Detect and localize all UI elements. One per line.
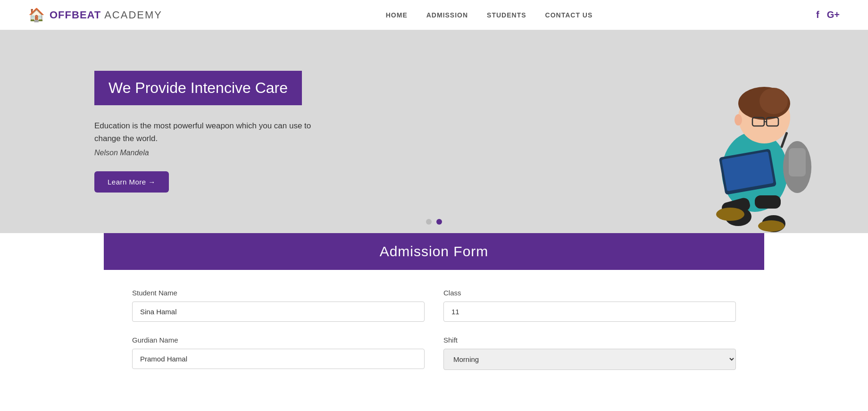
- student-name-group: Student Name: [132, 289, 425, 322]
- nav-menu: HOME ADMISSION STUDENTS CONTACT US: [386, 11, 593, 19]
- hero-illustration: [660, 40, 840, 233]
- social-links: f G+: [816, 9, 840, 20]
- nav-home[interactable]: HOME: [386, 11, 408, 19]
- brand-name: OFFBEAT ACADEMY: [50, 9, 162, 21]
- guardian-name-group: Gurdian Name: [132, 336, 425, 370]
- nav-admission[interactable]: ADMISSION: [426, 11, 468, 19]
- hero-dots: [426, 219, 442, 225]
- form-row-2: Gurdian Name Shift Morning Afternoon Eve…: [104, 336, 764, 370]
- student-name-input[interactable]: [132, 302, 425, 322]
- hero-section: We Provide Intencive Care Education is t…: [0, 30, 868, 233]
- form-section: Admission Form Student Name Class Gurdia…: [104, 233, 764, 411]
- svg-point-7: [734, 114, 742, 126]
- shift-select[interactable]: Morning Afternoon Evening: [443, 349, 736, 370]
- form-row-1: Student Name Class: [104, 289, 764, 322]
- hero-quote: Education is the most powerful weapon wh…: [94, 119, 330, 145]
- facebook-icon[interactable]: f: [816, 9, 819, 20]
- svg-rect-19: [789, 148, 806, 176]
- class-group: Class: [443, 289, 736, 322]
- navbar: 🏠 OFFBEAT ACADEMY HOME ADMISSION STUDENT…: [0, 0, 868, 30]
- hero-title-box: We Provide Intencive Care: [94, 71, 302, 105]
- form-header: Admission Form: [104, 233, 764, 270]
- student-name-label: Student Name: [132, 289, 425, 297]
- guardian-name-input[interactable]: [132, 349, 425, 369]
- home-icon: 🏠: [28, 7, 45, 23]
- shift-group: Shift Morning Afternoon Evening: [443, 336, 736, 370]
- dot-2[interactable]: [436, 219, 442, 225]
- svg-point-3: [760, 88, 788, 114]
- svg-point-16: [716, 208, 744, 221]
- guardian-name-label: Gurdian Name: [132, 336, 425, 344]
- svg-rect-15: [755, 195, 781, 209]
- svg-point-17: [758, 220, 785, 232]
- class-input[interactable]: [443, 302, 736, 322]
- hero-content: We Provide Intencive Care Education is t…: [0, 71, 330, 193]
- dot-1[interactable]: [426, 219, 432, 225]
- class-label: Class: [443, 289, 736, 297]
- form-title: Admission Form: [114, 243, 754, 260]
- nav-students[interactable]: STUDENTS: [487, 11, 526, 19]
- learn-more-button[interactable]: Learn More →: [94, 171, 169, 193]
- google-plus-icon[interactable]: G+: [827, 9, 840, 20]
- brand-logo[interactable]: 🏠 OFFBEAT ACADEMY: [28, 7, 162, 23]
- hero-title: We Provide Intencive Care: [108, 79, 288, 97]
- nav-contact[interactable]: CONTACT US: [545, 11, 593, 19]
- hero-author: Nelson Mandela: [94, 149, 330, 157]
- shift-label: Shift: [443, 336, 736, 344]
